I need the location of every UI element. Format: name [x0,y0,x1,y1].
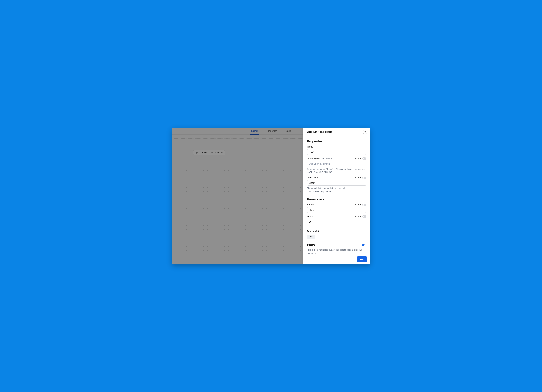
source-value: close [309,209,314,211]
section-plots: Plots [307,243,315,247]
field-source: Source Custom close ▴▾ [307,203,366,213]
source-label: Source [307,203,314,206]
panel-body: Properties Name Ticker Symbol (Optional)… [303,136,370,254]
panel-footer: Add [303,254,370,265]
timeframe-select[interactable]: Chart ▴▾ [307,180,366,186]
field-name: Name [307,145,366,155]
length-label: Length [307,215,314,218]
panel-header: Add EMA Indicator [303,127,370,136]
source-custom-label: Custom [353,203,361,206]
timeframe-custom-toggle[interactable] [362,176,366,179]
field-ticker: Ticker Symbol (Optional) Custom Supports… [307,157,366,174]
output-chip: EMA [307,235,315,239]
close-button[interactable] [363,130,367,134]
ticker-input[interactable] [307,161,366,167]
panel-title: Add EMA Indicator [307,130,332,133]
length-custom-label: Custom [353,215,361,218]
chevron-updown-icon: ▴▾ [363,209,364,211]
name-input[interactable] [307,149,366,155]
source-custom-toggle[interactable] [362,204,366,206]
section-outputs: Outputs [307,229,366,233]
name-label: Name [307,145,313,148]
ticker-custom-label: Custom [353,157,361,160]
plots-enabled-toggle[interactable] [362,244,366,246]
add-button[interactable]: Add [357,256,367,262]
field-timeframe: Timeframe Custom Chart ▴▾ The default is… [307,176,366,193]
timeframe-label: Timeframe [307,176,318,179]
ticker-label: Ticker Symbol [307,157,321,160]
timeframe-custom-label: Custom [353,176,361,179]
timeframe-helper: The default is the interval of the chart… [307,187,366,193]
length-input[interactable] [307,219,366,224]
close-icon [364,131,366,133]
field-length: Length Custom [307,215,366,224]
outputs-list: EMA [307,235,366,239]
ticker-custom-toggle[interactable] [362,157,366,160]
add-indicator-panel: Add EMA Indicator Properties Name [303,127,370,265]
section-parameters: Parameters [307,198,366,201]
ticker-optional: (Optional) [322,157,332,160]
plots-helper: This is the default plot, but you can cr… [307,248,366,254]
section-properties: Properties [307,140,366,143]
timeframe-value: Chart [309,182,314,184]
ticker-helper: Supports the format "Ticker" or "Exchang… [307,168,366,174]
app-window: Builder Properties Code + ✎ Search & Add… [172,127,370,265]
source-select[interactable]: close ▴▾ [307,207,366,213]
chevron-updown-icon: ▴▾ [363,182,364,184]
length-custom-toggle[interactable] [362,215,366,218]
